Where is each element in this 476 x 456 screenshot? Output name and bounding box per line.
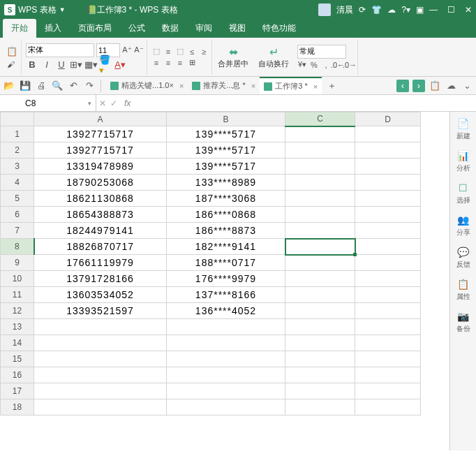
- cell[interactable]: [34, 399, 167, 415]
- cell[interactable]: [355, 191, 421, 207]
- cell[interactable]: [355, 142, 421, 159]
- user-avatar-icon[interactable]: [318, 3, 331, 16]
- cell[interactable]: [285, 142, 355, 159]
- cell[interactable]: 188****0717: [167, 255, 285, 271]
- italic-button[interactable]: I: [40, 59, 53, 71]
- open-icon[interactable]: 📂: [3, 80, 15, 92]
- cell[interactable]: 137****8166: [167, 287, 285, 303]
- cell[interactable]: [167, 335, 285, 351]
- cell[interactable]: 18244979141: [34, 223, 167, 239]
- cell[interactable]: [355, 303, 421, 319]
- cell[interactable]: 182****9141: [167, 239, 285, 255]
- cell[interactable]: 17661119979: [34, 255, 167, 271]
- cell[interactable]: 186****8873: [167, 223, 285, 239]
- cell[interactable]: 139****5717: [167, 142, 285, 159]
- cell[interactable]: [355, 287, 421, 303]
- formula-input[interactable]: [135, 95, 476, 111]
- cell[interactable]: [355, 207, 421, 223]
- row-header[interactable]: 17: [1, 383, 34, 399]
- cell[interactable]: 13791728166: [34, 271, 167, 287]
- cell[interactable]: [285, 399, 355, 415]
- cell[interactable]: [285, 207, 355, 223]
- cloud-icon[interactable]: ☁: [445, 80, 457, 92]
- nav-right-icon[interactable]: ›: [412, 80, 425, 92]
- cell[interactable]: [34, 335, 167, 351]
- comma-icon[interactable]: ,: [321, 60, 331, 70]
- row-header[interactable]: 10: [1, 271, 34, 287]
- increase-decimal-icon[interactable]: .0←: [333, 60, 343, 70]
- cell[interactable]: [355, 239, 421, 255]
- cell[interactable]: [285, 367, 355, 383]
- row-header[interactable]: 3: [1, 159, 34, 175]
- cell[interactable]: 139****5717: [167, 159, 285, 175]
- font-color-icon[interactable]: A▾: [114, 59, 126, 71]
- cell[interactable]: [285, 319, 355, 335]
- cell[interactable]: 133****8989: [167, 175, 285, 191]
- cell[interactable]: [34, 383, 167, 399]
- row-header[interactable]: 5: [1, 191, 34, 207]
- menu-tab-页面布局[interactable]: 页面布局: [70, 19, 120, 38]
- menu-tab-数据[interactable]: 数据: [154, 19, 187, 38]
- redo-icon[interactable]: ↷: [83, 80, 96, 92]
- row-header[interactable]: 6: [1, 207, 34, 223]
- close-tab-icon[interactable]: ×: [313, 82, 318, 91]
- cell[interactable]: [355, 319, 421, 335]
- row-header[interactable]: 13: [1, 319, 34, 335]
- cell[interactable]: 136****4052: [167, 303, 285, 319]
- clipboard-panel-icon[interactable]: 📋: [429, 80, 441, 92]
- side-panel-备份[interactable]: 📷备份: [456, 310, 470, 334]
- cell[interactable]: [355, 351, 421, 367]
- wrap-text-button[interactable]: ↵ 自动换行: [254, 43, 293, 71]
- cell[interactable]: 18790253068: [34, 175, 167, 191]
- cell[interactable]: [355, 255, 421, 271]
- number-format-select[interactable]: [297, 45, 346, 59]
- cell[interactable]: [355, 271, 421, 287]
- bold-button[interactable]: B: [26, 59, 38, 71]
- menu-tab-特色功能[interactable]: 特色功能: [254, 19, 304, 38]
- app-menu-dropdown[interactable]: ▼: [59, 6, 66, 13]
- doc-tab[interactable]: 精选关键...1.0××: [106, 77, 188, 94]
- cell[interactable]: [285, 335, 355, 351]
- cell[interactable]: 187****3068: [167, 191, 285, 207]
- print-icon[interactable]: 🖨: [35, 80, 47, 92]
- cell[interactable]: [285, 303, 355, 319]
- menu-tab-插入[interactable]: 插入: [36, 19, 70, 38]
- indent-increase-icon[interactable]: ≥: [199, 47, 209, 57]
- row-header[interactable]: 15: [1, 351, 34, 367]
- spreadsheet-grid[interactable]: ABCD113927715717139****57172139277157171…: [0, 112, 449, 450]
- merge-center-button[interactable]: ⬌ 合并居中: [214, 43, 253, 71]
- underline-button[interactable]: U: [55, 59, 68, 71]
- row-header[interactable]: 4: [1, 175, 34, 191]
- collapse-ribbon-icon[interactable]: ⌄: [461, 80, 473, 92]
- cell[interactable]: 139****5717: [167, 126, 285, 142]
- cell[interactable]: 13927715717: [34, 142, 167, 159]
- name-box[interactable]: C8: [20, 95, 96, 111]
- cell[interactable]: 176****9979: [167, 271, 285, 287]
- cell[interactable]: 18621130868: [34, 191, 167, 207]
- row-header[interactable]: 2: [1, 142, 34, 159]
- row-header[interactable]: 1: [1, 126, 34, 142]
- column-header-D[interactable]: D: [355, 112, 421, 126]
- distribute-icon[interactable]: ⊞: [187, 58, 197, 68]
- cell[interactable]: [167, 383, 285, 399]
- accept-formula-icon[interactable]: ✓: [110, 98, 117, 108]
- cell[interactable]: [167, 351, 285, 367]
- menu-tab-审阅[interactable]: 审阅: [187, 19, 221, 38]
- side-panel-选择[interactable]: ☐选择: [456, 182, 470, 205]
- maximize-button[interactable]: ☐: [447, 5, 455, 15]
- side-panel-属性[interactable]: 📋属性: [456, 278, 470, 302]
- currency-icon[interactable]: ¥▾: [297, 60, 307, 70]
- cell[interactable]: [167, 399, 285, 415]
- align-top-icon[interactable]: ⬚: [151, 47, 161, 57]
- cell[interactable]: [355, 175, 421, 191]
- cell[interactable]: [167, 319, 285, 335]
- cell[interactable]: 13393521597: [34, 303, 167, 319]
- side-panel-反馈[interactable]: 💬反馈: [456, 246, 470, 270]
- cell[interactable]: 13927715717: [34, 126, 167, 142]
- increase-font-icon[interactable]: A⁺: [122, 45, 132, 55]
- refresh-icon[interactable]: ⟳: [359, 5, 366, 15]
- cell[interactable]: [355, 383, 421, 399]
- menu-tab-视图[interactable]: 视图: [221, 19, 254, 38]
- cell[interactable]: [355, 223, 421, 239]
- cell[interactable]: [285, 351, 355, 367]
